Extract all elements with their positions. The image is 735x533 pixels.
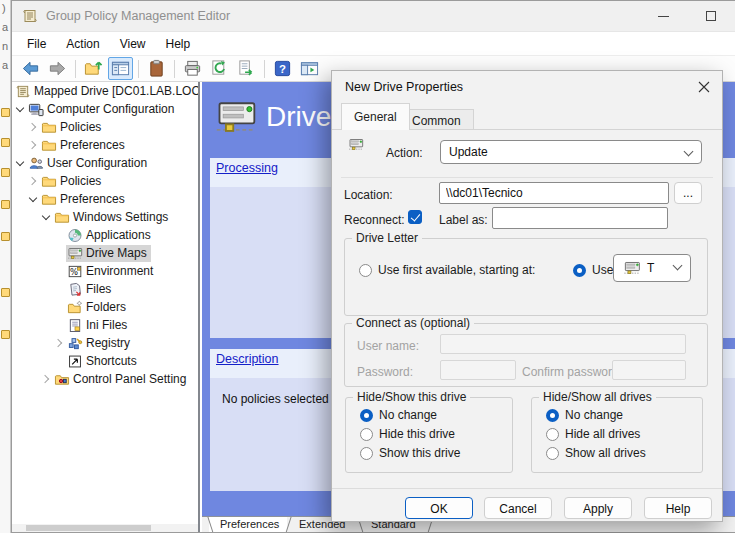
radio-icon bbox=[546, 447, 559, 460]
tree-item-windows-settings[interactable]: Windows Settings bbox=[12, 208, 198, 226]
user-name-label: User name: bbox=[357, 339, 419, 353]
print-button[interactable] bbox=[180, 57, 205, 80]
radio-all-no-change[interactable]: No change bbox=[546, 408, 623, 422]
user-name-input bbox=[440, 334, 686, 354]
title-bar: Group Policy Management Editor bbox=[12, 1, 735, 31]
tree-item-content: Preferences bbox=[40, 137, 129, 154]
chevron-collapsed-icon[interactable] bbox=[27, 175, 40, 188]
gpme-app-icon bbox=[22, 8, 38, 24]
apply-button[interactable]: Apply bbox=[564, 497, 632, 519]
tree-item-shortcuts[interactable]: Shortcuts bbox=[12, 352, 198, 370]
back-arrow-icon bbox=[21, 59, 40, 78]
tree-item-folders[interactable]: Folders bbox=[12, 298, 198, 316]
tree-item-environment[interactable]: %Environment bbox=[12, 262, 198, 280]
action-dropdown[interactable]: Update bbox=[440, 140, 702, 164]
tree-item-policies[interactable]: Policies bbox=[12, 118, 198, 136]
chevron-expanded-icon[interactable] bbox=[40, 211, 53, 224]
expander-spacer bbox=[53, 283, 66, 296]
export-list-button[interactable] bbox=[234, 57, 259, 80]
tree-item-applications[interactable]: Applications bbox=[12, 226, 198, 244]
menu-action[interactable]: Action bbox=[56, 34, 109, 54]
background-folder-icon bbox=[1, 288, 10, 297]
expander-spacer bbox=[53, 301, 66, 314]
menu-file[interactable]: File bbox=[17, 34, 56, 54]
tab-preferences[interactable]: Preferences bbox=[220, 518, 279, 530]
tree-item-computer-configuration[interactable]: Computer Configuration bbox=[12, 100, 198, 118]
tree-item-files[interactable]: Files bbox=[12, 280, 198, 298]
applications-icon bbox=[67, 228, 83, 243]
radio-this-no-change[interactable]: No change bbox=[360, 408, 437, 422]
radio-show-all-drives[interactable]: Show all drives bbox=[546, 446, 646, 460]
tree-item-registry[interactable]: Registry bbox=[12, 334, 198, 352]
tree-horizontal-scrollbar[interactable] bbox=[12, 524, 198, 532]
tree-item-user-configuration[interactable]: User Configuration bbox=[12, 154, 198, 172]
drive-letter-group-label: Drive Letter bbox=[352, 231, 422, 245]
up-one-level-button[interactable] bbox=[81, 57, 106, 80]
description-link[interactable]: Description bbox=[216, 352, 279, 366]
ok-button[interactable]: OK bbox=[405, 497, 473, 519]
new-window-button[interactable] bbox=[297, 57, 322, 80]
chevron-collapsed-icon[interactable] bbox=[40, 373, 53, 386]
tab-common[interactable]: Common bbox=[399, 109, 474, 130]
menu-help[interactable]: Help bbox=[156, 34, 201, 54]
chevron-collapsed-icon[interactable] bbox=[27, 121, 40, 134]
background-folder-icon bbox=[1, 168, 10, 177]
menu-view[interactable]: View bbox=[110, 34, 156, 54]
radio-icon bbox=[546, 409, 559, 422]
drive-letter-dropdown[interactable]: T bbox=[613, 254, 691, 282]
password-input bbox=[440, 360, 516, 380]
close-button[interactable] bbox=[695, 78, 713, 96]
close-icon bbox=[698, 81, 710, 93]
radio-hide-this-drive[interactable]: Hide this drive bbox=[360, 427, 455, 441]
chevron-expanded-icon[interactable] bbox=[27, 193, 40, 206]
chevron-collapsed-icon[interactable] bbox=[27, 139, 40, 152]
tree-item-content: %Environment bbox=[66, 263, 157, 280]
tree-item-preferences[interactable]: Preferences bbox=[12, 136, 198, 154]
tree-item-label: Shortcuts bbox=[86, 354, 137, 368]
location-input[interactable] bbox=[439, 182, 669, 204]
scrollbar-thumb[interactable] bbox=[26, 525, 151, 531]
help-button[interactable]: ? bbox=[270, 57, 295, 80]
radio-use[interactable]: Use: bbox=[573, 263, 617, 277]
paste-button[interactable] bbox=[144, 57, 169, 80]
tree-item-mapped-drive-dc01-lab-loca[interactable]: Mapped Drive [DC01.LAB.LOCA bbox=[12, 82, 198, 100]
window-title: Group Policy Management Editor bbox=[46, 9, 230, 23]
browse-button[interactable]: ... bbox=[674, 182, 702, 204]
show-console-tree-button[interactable] bbox=[108, 57, 133, 80]
tab-general[interactable]: General bbox=[341, 103, 410, 130]
chevron-expanded-icon[interactable] bbox=[14, 103, 27, 116]
radio-hide-all-drives[interactable]: Hide all drives bbox=[546, 427, 640, 441]
hide-show-all-drives-label: Hide/Show all drives bbox=[539, 390, 656, 404]
help-button[interactable]: Help bbox=[644, 497, 712, 519]
radio-use-first-available[interactable]: Use first available, starting at: bbox=[359, 263, 535, 277]
tree-item-policies[interactable]: Policies bbox=[12, 172, 198, 190]
maximize-button[interactable] bbox=[691, 1, 731, 31]
reconnect-label: Reconnect: bbox=[344, 213, 405, 227]
radio-icon bbox=[360, 409, 373, 422]
chevron-expanded-icon[interactable] bbox=[14, 157, 27, 170]
tree-item-control-panel-setting[interactable]: Control Panel Setting bbox=[12, 370, 198, 388]
cancel-button[interactable]: Cancel bbox=[484, 497, 552, 519]
tree-item-content: Control Panel Setting bbox=[53, 371, 190, 388]
expander-spacer bbox=[53, 229, 66, 242]
tree-item-label: Files bbox=[86, 282, 111, 296]
menu-bar: FileActionViewHelp bbox=[12, 31, 735, 55]
back-arrow-button[interactable] bbox=[18, 57, 43, 80]
tree-item-label: User Configuration bbox=[47, 156, 147, 170]
refresh-button[interactable] bbox=[207, 57, 232, 80]
radio-show-this-drive[interactable]: Show this drive bbox=[360, 446, 460, 460]
tree-item-preferences[interactable]: Preferences bbox=[12, 190, 198, 208]
gpo-scroll-icon bbox=[15, 84, 31, 99]
tree-item-content: Registry bbox=[66, 335, 134, 352]
tree-item-ini-files[interactable]: Ini Files bbox=[12, 316, 198, 334]
chevron-collapsed-icon[interactable] bbox=[53, 337, 66, 350]
processing-link[interactable]: Processing bbox=[216, 161, 278, 175]
radio-icon bbox=[573, 264, 586, 277]
label-as-input[interactable] bbox=[492, 207, 668, 229]
registry-icon bbox=[67, 336, 83, 351]
tree-item-drive-maps[interactable]: Drive Maps bbox=[12, 244, 198, 262]
reconnect-checkbox[interactable] bbox=[408, 210, 422, 224]
minimize-button[interactable] bbox=[643, 1, 683, 31]
forward-arrow-button[interactable] bbox=[45, 57, 70, 80]
tree-item-content: Shortcuts bbox=[66, 353, 141, 370]
